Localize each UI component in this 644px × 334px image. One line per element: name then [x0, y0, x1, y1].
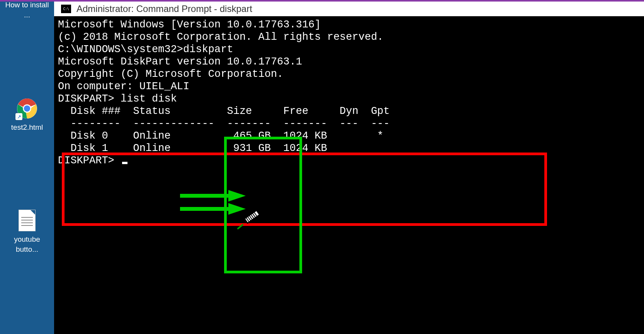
command-prompt-window: C:\ Administrator: Command Prompt - disk… — [54, 2, 644, 334]
text-file-icon — [19, 210, 36, 231]
desktop-icon-label: test2.html — [11, 123, 43, 131]
terminal-line: DISKPART> list disk — [58, 93, 640, 105]
window-accent-bar — [0, 0, 644, 2]
terminal-prompt[interactable]: DISKPART> — [58, 154, 640, 167]
terminal-line: C:\WINDOWS\system32>diskpart — [58, 43, 640, 56]
terminal-line: Disk ### Status Size Free Dyn Gpt — [58, 105, 640, 117]
prompt-text: DISKPART> — [58, 155, 121, 166]
terminal-output[interactable]: Microsoft Windows [Version 10.0.17763.31… — [54, 16, 644, 334]
terminal-line: Copyright (C) Microsoft Corporation. — [58, 68, 640, 80]
terminal-line: Disk 1 Online 931 GB 1024 KB — [58, 142, 640, 154]
terminal-line: -------- ------------- ------- ------- -… — [58, 117, 640, 130]
terminal-line: Microsoft Windows [Version 10.0.17763.31… — [58, 19, 640, 31]
terminal-line: Disk 0 Online 465 GB 1024 KB * — [58, 130, 640, 142]
window-title: Administrator: Command Prompt - diskpart — [76, 3, 252, 14]
terminal-line: Microsoft DiskPart version 10.0.17763.1 — [58, 56, 640, 68]
desktop-area: How to install ... ↗ test2.html — [0, 0, 54, 334]
window-titlebar[interactable]: C:\ Administrator: Command Prompt - disk… — [54, 2, 644, 16]
desktop-shortcut-test2[interactable]: ↗ test2.html — [4, 97, 50, 132]
desktop-icon-label: How to install ... — [5, 1, 49, 19]
desktop-icon-label: youtube butto... — [14, 235, 40, 253]
shortcut-overlay-icon: ↗ — [15, 113, 22, 120]
terminal-line: (c) 2018 Microsoft Corporation. All righ… — [58, 31, 640, 43]
desktop-shortcut-howto[interactable]: How to install ... — [4, 0, 50, 20]
text-cursor — [122, 162, 127, 164]
desktop-shortcut-youtube[interactable]: youtube butto... — [4, 210, 50, 254]
cmd-icon: C:\ — [61, 5, 71, 13]
terminal-line: On computer: UIEL_ALI — [58, 80, 640, 93]
svg-point-2 — [24, 105, 30, 112]
